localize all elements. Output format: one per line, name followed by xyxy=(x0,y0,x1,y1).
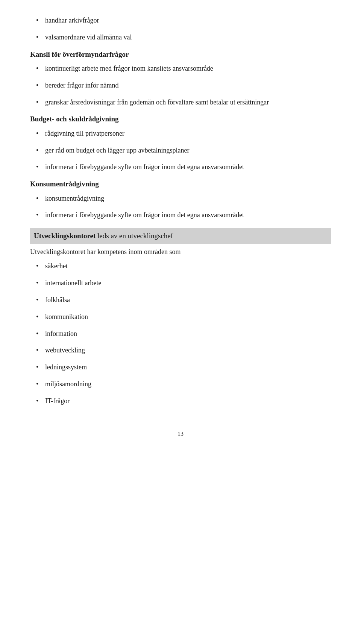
utveckling-bullet-7: ledningssystem xyxy=(30,362,331,373)
konsument-bullet-2: informerar i förebyggande syfte om frågo… xyxy=(30,210,331,221)
konsument-heading: Konsumentrådgivning xyxy=(30,178,331,190)
utveckling-heading-bold: Utvecklingskontoret xyxy=(34,232,96,240)
kansli-bullet-3: granskar årsredovisningar från godemän o… xyxy=(30,97,331,108)
konsument-bullet-1: konsumentrådgivning xyxy=(30,193,331,204)
konsument-bullets-list: konsumentrådgivning informerar i förebyg… xyxy=(30,193,331,221)
utveckling-bullet-2: internationellt arbete xyxy=(30,278,331,289)
utveckling-bullet-5: information xyxy=(30,328,331,339)
page-number: 13 xyxy=(30,429,331,439)
budget-bullet-2: ger råd om budget och lägger upp avbetal… xyxy=(30,145,331,156)
utveckling-bullet-6: webutveckling xyxy=(30,345,331,356)
intro-bullets-list: handhar arkivfrågor valsamordnare vid al… xyxy=(30,15,331,43)
budget-bullets-list: rådgivning till privatpersoner ger råd o… xyxy=(30,128,331,172)
intro-bullet-2: valsamordnare vid allmänna val xyxy=(30,32,331,43)
budget-bullet-3: informerar i förebyggande syfte om frågo… xyxy=(30,162,331,172)
utveckling-bullet-4: kommunikation xyxy=(30,311,331,322)
utveckling-bullet-8: miljösamordning xyxy=(30,379,331,390)
kansli-bullet-1: kontinuerligt arbete med frågor inom kan… xyxy=(30,63,331,74)
utveckling-bullet-9: IT-frågor xyxy=(30,396,331,407)
kansli-bullets-list: kontinuerligt arbete med frågor inom kan… xyxy=(30,63,331,107)
utveckling-heading: Utvecklingskontoret leds av en utvecklin… xyxy=(30,228,331,244)
intro-bullet-1: handhar arkivfrågor xyxy=(30,15,331,26)
kansli-bullet-2: bereder frågor inför nämnd xyxy=(30,80,331,91)
budget-heading: Budget- och skuldrådgivning xyxy=(30,113,331,125)
utveckling-bullet-1: säkerhet xyxy=(30,261,331,272)
utveckling-bullets-list: säkerhet internationellt arbete folkhäls… xyxy=(30,261,331,406)
utveckling-heading-normal: leds av en utvecklingschef xyxy=(96,232,173,240)
utveckling-intro: Utvecklingskontoret har kompetens inom o… xyxy=(30,246,331,257)
kansli-heading: Kansli för överförmyndarfrågor xyxy=(30,49,331,60)
budget-bullet-1: rådgivning till privatpersoner xyxy=(30,128,331,139)
utveckling-bullet-3: folkhälsa xyxy=(30,295,331,305)
